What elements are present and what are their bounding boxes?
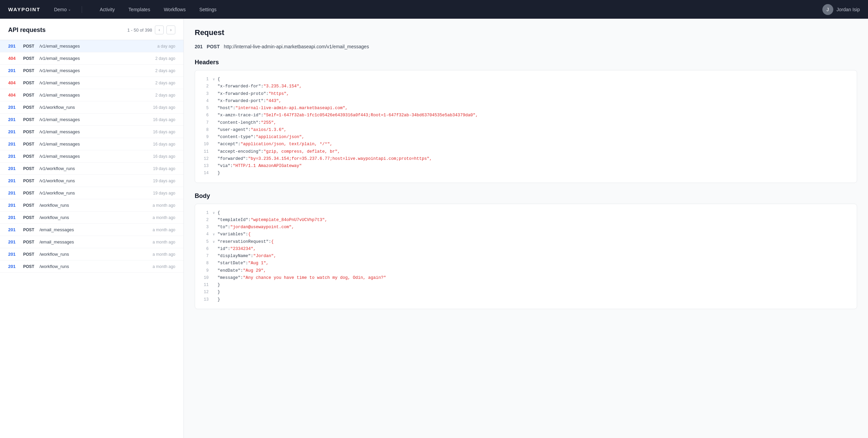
time-ago: 2 days ago <box>155 93 175 98</box>
navbar: WAYPOINT Demo ⌄ Activity Templates Workf… <box>0 0 868 19</box>
code-value: "255", <box>261 119 276 127</box>
request-item[interactable]: 201 POST /workflow_runs a month ago <box>0 212 183 224</box>
status-code: 201 <box>8 166 19 171</box>
request-item[interactable]: 201 POST /v1/workflow_runs 19 days ago <box>0 175 183 187</box>
line-number: 10 <box>200 274 213 281</box>
line-number: 10 <box>200 141 213 148</box>
method-badge: POST <box>23 44 35 49</box>
code-value: { <box>271 238 274 246</box>
time-ago: a month ago <box>152 240 175 245</box>
request-item[interactable]: 201 POST /v1/workflow_runs 19 days ago <box>0 187 183 199</box>
toggle-icon[interactable]: ∨ <box>213 239 218 245</box>
code-value: "443", <box>266 98 282 105</box>
code-key: "displayName": <box>218 253 253 260</box>
line-number: 14 <box>200 170 213 176</box>
method-badge: POST <box>23 228 35 232</box>
code-value: "Jordan", <box>253 253 276 260</box>
code-line: 2 "x-forwarded-for": "3.235.34.154", <box>195 83 857 90</box>
status-code: 201 <box>8 68 19 73</box>
status-code: 201 <box>8 178 19 183</box>
method-badge: POST <box>23 264 35 269</box>
code-line: 9 "endDate": "Aug 29", <box>195 267 857 274</box>
method-badge: POST <box>23 154 35 159</box>
nav-settings[interactable]: Settings <box>192 0 223 19</box>
time-ago: 19 days ago <box>153 166 175 171</box>
line-number: 5 <box>200 105 213 112</box>
code-line: 12 "forwarded": "by=3.235.34.154;for=35.… <box>195 155 857 163</box>
line-number: 8 <box>200 127 213 133</box>
method-badge: POST <box>23 93 35 98</box>
code-line: 1∨{ <box>195 209 857 217</box>
code-line: 14 } <box>195 170 857 177</box>
request-item[interactable]: 201 POST /v1/email_messages 16 days ago <box>0 126 183 138</box>
code-line: 10 "message": "Any chance you have time … <box>195 274 857 282</box>
toggle-icon[interactable]: ∨ <box>213 232 218 237</box>
request-item[interactable]: 201 POST /email_messages a month ago <box>0 224 183 236</box>
code-key: "endDate": <box>218 267 243 274</box>
request-list: 201 POST /v1/email_messages a day ago 40… <box>0 40 183 438</box>
user-menu[interactable]: J Jordan Isip <box>822 4 860 15</box>
pagination-prev[interactable]: ‹ <box>155 26 164 34</box>
method-badge: POST <box>23 215 35 220</box>
body-block: 1∨{2 "templateId": "wptemplate_84oPnU7vU… <box>195 204 857 309</box>
endpoint: /v1/email_messages <box>39 117 149 122</box>
method-badge: POST <box>23 68 35 73</box>
endpoint: /v1/email_messages <box>39 80 151 85</box>
code-value: "jordan@usewaypoint.com", <box>230 224 294 231</box>
request-item[interactable]: 404 POST /v1/email_messages 2 days ago <box>0 77 183 89</box>
request-item[interactable]: 404 POST /v1/email_messages 2 days ago <box>0 89 183 101</box>
code-line: 4∨"variables": { <box>195 231 857 238</box>
toggle-icon[interactable]: ∨ <box>213 210 218 216</box>
code-key: "x-forwarded-for": <box>218 83 263 90</box>
request-item[interactable]: 201 POST /v1/email_messages 16 days ago <box>0 138 183 150</box>
request-item[interactable]: 201 POST /v1/email_messages 16 days ago <box>0 114 183 126</box>
line-number: 13 <box>200 163 213 169</box>
line-number: 6 <box>200 112 213 119</box>
code-key: "content-type": <box>218 134 256 141</box>
code-value: "Aug 1", <box>248 260 269 267</box>
request-item[interactable]: 201 POST /v1/email_messages a day ago <box>0 40 183 52</box>
code-key: "host": <box>218 105 236 112</box>
code-line: 2 "templateId": "wptemplate_84oPnU7vUCVh… <box>195 217 857 224</box>
request-item[interactable]: 201 POST /v1/email_messages 2 days ago <box>0 65 183 77</box>
status-code: 201 <box>8 264 19 269</box>
time-ago: 16 days ago <box>153 154 175 159</box>
request-item[interactable]: 201 POST /workflow_runs a month ago <box>0 199 183 212</box>
time-ago: a month ago <box>152 252 175 257</box>
time-ago: 16 days ago <box>153 142 175 147</box>
status-code: 201 <box>8 105 19 110</box>
method-badge: POST <box>23 105 35 110</box>
demo-selector[interactable]: Demo ⌄ <box>54 7 71 12</box>
request-item[interactable]: 201 POST /v1/workflow_runs 16 days ago <box>0 101 183 114</box>
time-ago: a month ago <box>152 264 175 269</box>
request-item[interactable]: 201 POST /workflow_runs a month ago <box>0 260 183 273</box>
request-item[interactable]: 201 POST /email_messages a month ago <box>0 236 183 248</box>
request-item[interactable]: 201 POST /workflow_runs a month ago <box>0 248 183 260</box>
status-code: 201 <box>8 141 19 147</box>
request-item[interactable]: 201 POST /v1/email_messages 16 days ago <box>0 150 183 163</box>
method-badge: POST <box>23 191 35 196</box>
request-item[interactable]: 201 POST /v1/workflow_runs 19 days ago <box>0 163 183 175</box>
status-code: 404 <box>8 56 19 61</box>
code-punct: } <box>218 296 220 303</box>
line-number: 1 <box>200 76 213 83</box>
endpoint: /v1/email_messages <box>39 92 151 98</box>
status-code: 201 <box>8 239 19 245</box>
code-line: 1∨{ <box>195 76 857 83</box>
request-item[interactable]: 404 POST /v1/email_messages 2 days ago <box>0 52 183 65</box>
time-ago: a month ago <box>152 228 175 232</box>
status-code: 201 <box>8 203 19 208</box>
pagination-next[interactable]: › <box>166 26 175 34</box>
endpoint: /v1/workflow_runs <box>39 190 149 196</box>
endpoint: /v1/email_messages <box>39 154 149 159</box>
toggle-icon[interactable]: ∨ <box>213 77 218 82</box>
right-panel: Request 201 POST http://internal-live-ad… <box>184 19 868 438</box>
code-key: "x-amzn-trace-id": <box>218 112 263 119</box>
nav-templates[interactable]: Templates <box>122 0 157 19</box>
nav-workflows[interactable]: Workflows <box>157 0 192 19</box>
code-key: "templateId": <box>218 217 251 224</box>
nav-activity[interactable]: Activity <box>93 0 122 19</box>
endpoint: /workflow_runs <box>39 252 148 257</box>
endpoint: /v1/workflow_runs <box>39 166 149 171</box>
endpoint: /email_messages <box>39 239 148 245</box>
